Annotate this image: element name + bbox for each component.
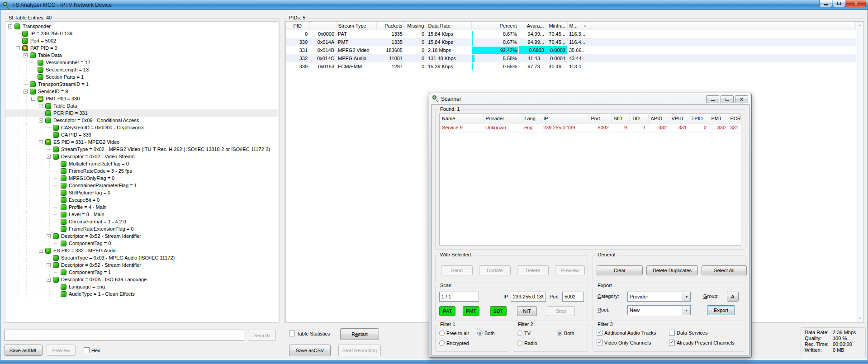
tree-item[interactable]: Language = eng — [5, 283, 278, 290]
col-missing[interactable]: Missing — [404, 22, 426, 30]
save-as-csv-button[interactable]: Save as CSV — [289, 345, 331, 356]
select-all-button[interactable]: Select All — [702, 265, 747, 275]
scanner-minimize-button[interactable] — [706, 95, 719, 103]
tree-item[interactable]: Versionnumber = 17 — [5, 59, 278, 66]
tree-item[interactable]: MultipleFrameRateFlag = 0 — [5, 160, 278, 167]
tree-item[interactable]: CA PID = 339 — [5, 131, 278, 138]
tree-item[interactable]: FrameRateCode = 3 - 25 fps — [5, 167, 278, 175]
col-provider[interactable]: Provider — [483, 114, 522, 123]
col-pid[interactable]: PID — [286, 22, 309, 30]
tree-item[interactable]: FrameRateExtensionFlag = 0 — [5, 225, 278, 232]
tree-collapse-icon[interactable]: - — [47, 263, 51, 267]
export-button[interactable]: Export — [707, 305, 735, 315]
tree-item[interactable]: MPEG1OnlyFlag = 0 — [5, 175, 278, 182]
restart-button[interactable]: Restart — [340, 328, 379, 340]
tree-item[interactable]: -PAT PID = 0 — [5, 44, 278, 52]
tree-item[interactable]: StreamType = 0x02 - MPEG2 Video (ITU-T R… — [5, 146, 278, 153]
col-packets[interactable]: Packets — [376, 22, 404, 30]
tree-item[interactable]: -Descriptor = 0x52 - Stream Identifier — [5, 232, 278, 240]
scroll-up-icon[interactable]: ▲ — [856, 22, 863, 29]
scanner-titlebar[interactable]: Scanner — [429, 93, 751, 104]
col-min[interactable]: MinIn... — [546, 22, 567, 30]
tree-collapse-icon[interactable]: - — [16, 46, 20, 50]
scan-ip-input[interactable] — [511, 292, 546, 302]
pids-scrollbar[interactable]: ▲ ▼ — [856, 22, 863, 322]
stop-button[interactable]: Stop — [547, 306, 575, 316]
col-pcr[interactable]: PCR — [728, 114, 741, 123]
maximize-button[interactable] — [833, 0, 845, 7]
close-button[interactable]: × — [846, 0, 866, 7]
tree-item[interactable]: -Transponder — [5, 23, 278, 30]
encrypted-radio[interactable] — [439, 340, 445, 346]
tree-item[interactable]: SectionLength = 13 — [5, 66, 278, 73]
category-dropdown[interactable]: Provider ▼ — [627, 292, 691, 302]
already-present-channels-checkbox[interactable] — [669, 340, 675, 345]
tree-item[interactable]: -PMT PID = 330 — [5, 95, 278, 102]
tree-item[interactable]: +Table Data — [5, 102, 278, 109]
col-apid[interactable]: APID — [648, 114, 669, 123]
tree-item[interactable]: ConstrainedParameterFlag = 1 — [5, 182, 278, 189]
tree-collapse-icon[interactable]: - — [47, 155, 51, 159]
col-data-rate[interactable]: Data Rate — [426, 22, 471, 30]
tree-collapse-icon[interactable]: - — [24, 53, 28, 57]
scanner-dialog[interactable]: Scanner × Found: 1 — [429, 93, 752, 358]
tree-item[interactable]: CASystemID = 0x0D00 - Cryptoworks — [5, 124, 278, 131]
col-max[interactable]: M...▲ — [567, 22, 589, 30]
col-tid[interactable]: TID — [629, 114, 648, 123]
pids-row[interactable]: 3300x014APMT1335015.84 Kbps0.67%94.99...… — [286, 38, 856, 46]
tree-collapse-icon[interactable]: - — [39, 140, 43, 144]
filter2-both-radio[interactable] — [557, 331, 562, 336]
radio-radio[interactable] — [517, 340, 522, 346]
tree-item[interactable]: ComponentTag = 1 — [5, 269, 278, 276]
pids-header-row[interactable]: PID Stream Type Packets Missing Data Rat… — [286, 22, 856, 30]
update-button[interactable]: Update — [479, 265, 511, 275]
tree-collapse-icon[interactable]: - — [39, 118, 43, 123]
tree-collapse-icon[interactable]: - — [24, 90, 28, 94]
save-as-xml-button[interactable]: Save as XML — [5, 345, 43, 356]
nit-button[interactable]: NIT — [517, 306, 537, 316]
delete-button[interactable]: Delete — [517, 265, 549, 275]
col-port[interactable]: Port — [588, 114, 611, 123]
window-titlebar[interactable]: TS Analyzer MCC - IPTV Network Device — [0, 0, 868, 10]
tree-collapse-icon[interactable]: - — [47, 234, 51, 238]
tree-collapse-icon[interactable]: - — [47, 278, 51, 282]
minimize-button[interactable] — [819, 0, 832, 7]
col-ip[interactable]: IP — [541, 114, 588, 123]
tree-item[interactable]: Section Parts = 1 — [5, 73, 278, 80]
tree-item[interactable]: IP = 239.255.0.139 — [5, 30, 278, 37]
table-statistics-checkbox[interactable] — [289, 331, 295, 336]
data-services-checkbox[interactable] — [669, 330, 675, 336]
start-recording-button[interactable]: Start Recording — [338, 345, 381, 356]
tree-item[interactable]: PCR PID = 331 — [5, 109, 278, 117]
tv-radio[interactable] — [517, 331, 522, 336]
tree-item[interactable]: ComponentTag = 0 — [5, 240, 278, 247]
tree-item[interactable]: AudioType = 1 - Clean Effects — [5, 290, 278, 298]
scanner-restore-button[interactable] — [721, 95, 734, 103]
preview-button[interactable]: Preview — [47, 345, 76, 356]
delete-duplicates-button[interactable]: Delete Duplicates — [646, 265, 698, 275]
additional-audio-tracks-checkbox[interactable] — [597, 330, 602, 336]
tree-item[interactable]: -Descriptor = 0x02 - Video Stream — [5, 153, 278, 160]
scroll-down-icon[interactable]: ▼ — [856, 315, 863, 322]
si-tree[interactable]: -TransponderIP = 239.255.0.139Port = 500… — [5, 21, 278, 323]
pids-row[interactable]: 3320x014CMPEG Audio110810131.48 Kbps5.58… — [286, 54, 856, 62]
root-dropdown[interactable]: New ▼ — [627, 305, 691, 315]
tree-item[interactable]: TransportStreamID = 1 — [5, 80, 278, 88]
tree-collapse-icon[interactable]: - — [8, 24, 12, 28]
col-average[interactable]: Avara... — [519, 22, 546, 30]
filter1-both-radio[interactable] — [477, 331, 483, 336]
sdt-button[interactable]: SDT — [490, 306, 507, 316]
tree-item[interactable]: -Descriptor = 0x52 - Stream Identifier — [5, 261, 278, 269]
col-vpid[interactable]: VPID — [669, 114, 689, 123]
search-button[interactable]: Search — [248, 330, 276, 341]
tree-item[interactable]: -ES PID = 331 - MPEG2 Video — [5, 138, 278, 146]
tree-item[interactable]: -ES PID = 332 - MPEG Audio — [5, 247, 278, 254]
scanner-close-button[interactable]: × — [735, 95, 748, 103]
tree-expand-icon[interactable]: + — [39, 104, 43, 108]
pids-row[interactable]: 3390x0153ECM/EMM1297015.39 Kbps0.65%97.7… — [286, 62, 856, 71]
tree-item[interactable]: Level = 8 - Main — [5, 211, 278, 218]
tree-collapse-icon[interactable]: - — [39, 249, 43, 253]
pids-row[interactable]: 3310x014BMPEG2 Video18360502.18 Mbps92.4… — [286, 46, 856, 54]
pids-row[interactable]: 00x0000PAT1335015.84 Kbps0.67%94.99...70… — [286, 30, 856, 38]
tree-item[interactable]: Port = 5002 — [5, 37, 278, 44]
